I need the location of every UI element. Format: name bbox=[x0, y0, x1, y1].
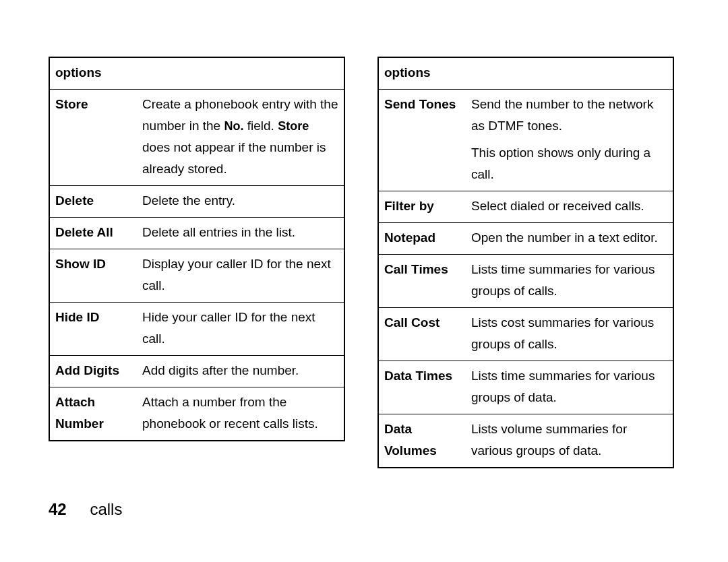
table-header: options bbox=[49, 57, 344, 90]
option-desc: Open the number in a text editor. bbox=[466, 223, 673, 255]
table-header: options bbox=[378, 57, 673, 90]
options-table-left-wrap: options Store Create a phonebook entry w… bbox=[49, 57, 345, 441]
table-row: Notepad Open the number in a text editor… bbox=[378, 223, 673, 255]
option-label: Data Times bbox=[378, 361, 466, 414]
option-desc: Display your caller ID for the next call… bbox=[137, 249, 344, 303]
option-label: Call Cost bbox=[378, 308, 466, 361]
table-row: Store Create a phonebook entry with the … bbox=[49, 90, 344, 186]
text: field. bbox=[243, 119, 278, 133]
page-footer: 42 calls bbox=[49, 500, 122, 519]
option-desc: Lists volume summaries for various group… bbox=[466, 414, 673, 468]
option-label: Delete bbox=[49, 186, 137, 218]
option-desc: Delete all entries in the list. bbox=[137, 218, 344, 249]
option-desc: Lists cost summaries for various groups … bbox=[466, 308, 673, 361]
table-row: Delete Delete the entry. bbox=[49, 186, 344, 218]
option-desc: Lists time summaries for various groups … bbox=[466, 361, 673, 414]
option-label: Filter by bbox=[378, 191, 466, 223]
option-desc: Hide your caller ID for the next call. bbox=[137, 303, 344, 356]
table-row: Send Tones Send the number to the networ… bbox=[378, 90, 673, 191]
section-title: calls bbox=[90, 500, 122, 518]
option-label: Notepad bbox=[378, 223, 466, 255]
option-label: Attach Number bbox=[49, 387, 137, 441]
options-table-left: options Store Create a phonebook entry w… bbox=[49, 57, 345, 441]
table-header-row: options bbox=[378, 57, 673, 90]
option-label: Delete All bbox=[49, 218, 137, 249]
option-label: Send Tones bbox=[378, 90, 466, 191]
option-label: Store bbox=[49, 90, 137, 186]
table-row: Data Times Lists time summaries for vari… bbox=[378, 361, 673, 414]
option-desc: Attach a number from the phonebook or re… bbox=[137, 387, 344, 441]
table-row: Attach Number Attach a number from the p… bbox=[49, 387, 344, 441]
text: Send the number to the network as DTMF t… bbox=[471, 94, 667, 137]
table-row: Delete All Delete all entries in the lis… bbox=[49, 218, 344, 249]
option-label: Data Volumes bbox=[378, 414, 466, 468]
table-row: Data Volumes Lists volume summaries for … bbox=[378, 414, 673, 468]
option-desc: Send the number to the network as DTMF t… bbox=[466, 90, 673, 191]
table-header-row: options bbox=[49, 57, 344, 90]
page-number: 42 bbox=[49, 500, 67, 518]
option-label: Hide ID bbox=[49, 303, 137, 356]
option-label: Show ID bbox=[49, 249, 137, 303]
options-table-right-wrap: options Send Tones Send the number to th… bbox=[377, 57, 674, 468]
inline-bold: No. bbox=[224, 119, 243, 133]
option-label: Call Times bbox=[378, 255, 466, 308]
manual-page: options Store Create a phonebook entry w… bbox=[0, 0, 728, 562]
option-desc: Create a phonebook entry with the number… bbox=[137, 90, 344, 186]
text: does not appear if the number is already… bbox=[142, 140, 326, 176]
table-row: Filter by Select dialed or received call… bbox=[378, 191, 673, 223]
table-row: Call Cost Lists cost summaries for vario… bbox=[378, 308, 673, 361]
option-label: Add Digits bbox=[49, 356, 137, 387]
table-row: Call Times Lists time summaries for vari… bbox=[378, 255, 673, 308]
text: This option shows only during a call. bbox=[471, 142, 667, 185]
table-row: Hide ID Hide your caller ID for the next… bbox=[49, 303, 344, 356]
option-desc: Lists time summaries for various groups … bbox=[466, 255, 673, 308]
table-row: Add Digits Add digits after the number. bbox=[49, 356, 344, 387]
option-desc: Add digits after the number. bbox=[137, 356, 344, 387]
option-desc: Select dialed or received calls. bbox=[466, 191, 673, 223]
table-row: Show ID Display your caller ID for the n… bbox=[49, 249, 344, 303]
inline-bold: Store bbox=[278, 119, 309, 133]
options-table-right: options Send Tones Send the number to th… bbox=[377, 57, 674, 468]
option-desc: Delete the entry. bbox=[137, 186, 344, 218]
